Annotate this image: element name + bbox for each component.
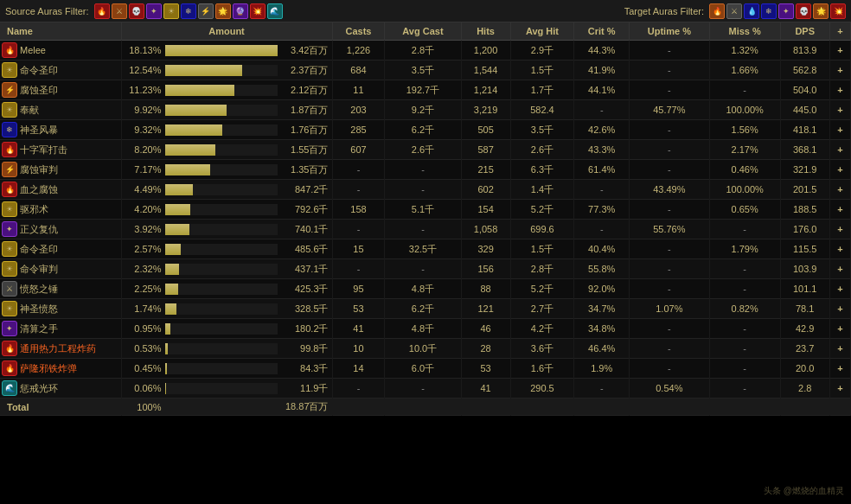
miss-cell: 0.82% — [709, 299, 780, 319]
plus-button[interactable]: + — [829, 339, 850, 359]
ability-name: 神圣风暴 — [20, 124, 58, 137]
plus-button[interactable]: + — [829, 239, 850, 259]
hits-cell: 215 — [461, 160, 510, 180]
bar-fill — [165, 343, 169, 354]
target-icon-7[interactable]: 🌟 — [813, 3, 829, 19]
table-row: 🔥血之腐蚀4.49%847.2千--6021.4千-43.49%100.00%2… — [0, 180, 851, 200]
source-icon-4[interactable]: ✦ — [146, 3, 162, 19]
plus-button[interactable]: + — [829, 220, 850, 239]
hits-cell: 121 — [461, 299, 510, 319]
crit-cell: 44.1% — [574, 80, 630, 100]
plus-button[interactable]: + — [829, 61, 850, 80]
plus-button[interactable]: + — [829, 160, 850, 180]
dps-cell: 42.9 — [780, 319, 829, 339]
avg-cast-cell: 5.1千 — [385, 200, 461, 220]
amount-text: 425.3千 — [281, 283, 329, 296]
target-icon-6[interactable]: 💀 — [796, 3, 811, 19]
casts-cell: 14 — [332, 359, 385, 379]
avg-cast-cell: 4.8千 — [385, 319, 461, 339]
ability-name: 神圣愤怒 — [20, 303, 58, 316]
amount-text: 437.1千 — [281, 263, 329, 276]
source-icon-9[interactable]: 🔮 — [233, 3, 248, 19]
total-empty-cell — [385, 399, 461, 416]
miss-cell: 100.00% — [709, 180, 780, 200]
pct-text: 18.13% — [125, 45, 162, 55]
avg-hit-cell: 3.5千 — [510, 120, 574, 140]
crit-cell: 40.4% — [574, 239, 630, 259]
bar-fill — [165, 363, 168, 374]
crit-cell: - — [574, 100, 630, 120]
plus-button[interactable]: + — [829, 279, 850, 299]
amount-cell: 4.20%792.6千 — [121, 200, 332, 220]
col-miss: Miss % — [709, 22, 780, 41]
target-icon-4[interactable]: ❄ — [761, 3, 777, 19]
source-icon-10[interactable]: 💥 — [250, 3, 266, 19]
miss-cell: 1.32% — [709, 41, 780, 61]
table-row: ✦正义复仇3.92%740.1千--1,058699.6-55.76%-176.… — [0, 220, 851, 239]
crit-cell: 46.4% — [574, 339, 630, 359]
name-cell: 🔥Melee — [0, 41, 121, 61]
plus-button[interactable]: + — [829, 100, 850, 120]
miss-cell: - — [709, 279, 780, 299]
casts-cell: 203 — [332, 100, 385, 120]
crit-cell: - — [574, 220, 630, 239]
crit-cell: 1.9% — [574, 359, 630, 379]
ability-icon: ☀ — [2, 301, 17, 316]
source-icon-1[interactable]: 🔥 — [94, 3, 110, 19]
avg-hit-cell: 4.2千 — [510, 319, 574, 339]
plus-button[interactable]: + — [829, 120, 850, 140]
plus-button[interactable]: + — [829, 359, 850, 379]
plus-button[interactable]: + — [829, 259, 850, 279]
source-icon-7[interactable]: ⚡ — [198, 3, 214, 19]
ability-icon: 🔥 — [2, 341, 17, 356]
col-amount: Amount — [121, 22, 332, 41]
avg-hit-cell: 582.4 — [510, 100, 574, 120]
plus-button[interactable]: + — [829, 180, 850, 200]
amount-cell: 18.13%3.42百万 — [121, 41, 332, 61]
bar-fill — [165, 303, 176, 315]
plus-button[interactable]: + — [829, 200, 850, 220]
total-empty-cell — [574, 399, 630, 416]
uptime-cell: 55.76% — [630, 220, 710, 239]
total-row: Total100%18.87百万 — [0, 399, 851, 416]
hits-cell: 329 — [461, 239, 510, 259]
crit-cell: 42.6% — [574, 120, 630, 140]
pct-text: 0.53% — [125, 343, 162, 354]
avg-hit-cell: 1.7千 — [510, 80, 574, 100]
source-icon-2[interactable]: ⚔ — [112, 3, 127, 19]
pct-text: 3.92% — [125, 224, 162, 234]
uptime-cell: - — [630, 359, 710, 379]
plus-button[interactable]: + — [829, 41, 850, 61]
target-icon-1[interactable]: 🔥 — [709, 3, 725, 19]
casts-cell: - — [332, 160, 385, 180]
plus-button[interactable]: + — [829, 80, 850, 100]
uptime-cell: - — [630, 339, 710, 359]
dps-cell: 188.5 — [780, 200, 829, 220]
hits-cell: 154 — [461, 200, 510, 220]
target-icon-8[interactable]: 💥 — [830, 3, 846, 19]
target-icon-3[interactable]: 💧 — [744, 3, 759, 19]
source-icon-6[interactable]: ❄ — [181, 3, 196, 19]
source-icon-8[interactable]: 🌟 — [215, 3, 231, 19]
amount-bar — [165, 45, 278, 56]
casts-cell: 10 — [332, 339, 385, 359]
ability-name: 通用热力工程炸药 — [20, 342, 96, 355]
amount-bar — [165, 323, 278, 335]
target-icon-2[interactable]: ⚔ — [726, 3, 742, 19]
name-cell: ✦清算之手 — [0, 319, 121, 339]
total-empty-cell — [829, 399, 850, 416]
target-icon-5[interactable]: ✦ — [778, 3, 794, 19]
bar-fill — [165, 164, 210, 175]
plus-button[interactable]: + — [829, 379, 850, 399]
plus-button[interactable]: + — [829, 299, 850, 319]
source-icon-5[interactable]: ☀ — [163, 3, 179, 19]
source-icon-11[interactable]: 🌊 — [267, 3, 283, 19]
avg-cast-cell: 6.2千 — [385, 299, 461, 319]
source-icon-3[interactable]: 💀 — [129, 3, 144, 19]
col-avg-hit: Avg Hit — [510, 22, 574, 41]
plus-button[interactable]: + — [829, 140, 850, 160]
plus-button[interactable]: + — [829, 319, 850, 339]
amount-cell: 0.45%84.3千 — [121, 359, 332, 379]
bar-fill — [165, 85, 235, 96]
amount-bar — [165, 224, 278, 235]
